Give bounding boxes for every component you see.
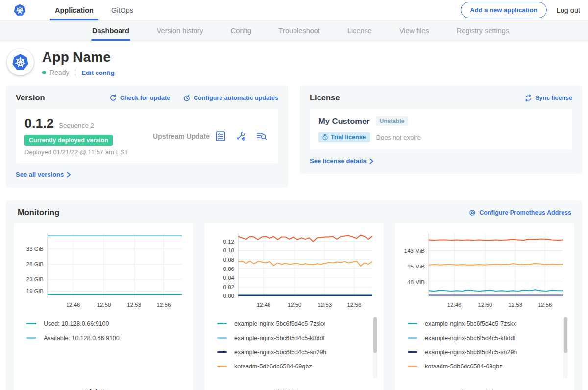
chart-title: Memory Usage: [400, 388, 569, 390]
see-all-versions-link[interactable]: See all versions: [16, 171, 71, 178]
topnav-tab-gitops[interactable]: GitOps: [104, 0, 140, 20]
kubernetes-logo-icon[interactable]: [13, 3, 26, 17]
subnav-tab-registry-settings[interactable]: Registry settings: [451, 21, 515, 41]
chevron-right-icon: [67, 172, 71, 178]
auto-update-clock-icon: [183, 94, 191, 102]
svg-text:12:46: 12:46: [257, 302, 271, 308]
version-card: Version Check for update: [6, 85, 288, 188]
chart-card-disk-usage: 33 GiB28 GiB23 GiB19 GiB12:4612:5012:531…: [14, 223, 193, 390]
check-for-update-link[interactable]: Check for update: [109, 94, 170, 102]
svg-text:0.10: 0.10: [223, 247, 234, 253]
legend-item: kotsadm-5db6dc6584-69qbz: [217, 359, 370, 373]
legend-scrollbar-thumb[interactable]: [373, 317, 377, 353]
svg-text:33 GiB: 33 GiB: [26, 246, 44, 252]
chevron-right-icon: [369, 158, 374, 164]
legend-label: example-nginx-5bc6f5d4c5-7zskx: [425, 320, 516, 327]
legend-dash-icon: [217, 351, 227, 353]
legend-scrollbar-thumb[interactable]: [564, 317, 567, 353]
license-expiry: Does not expire: [376, 134, 421, 141]
topnav-tabs: ApplicationGitOps: [48, 0, 140, 20]
svg-text:0.04: 0.04: [223, 275, 235, 281]
legend-scrollbar[interactable]: [564, 317, 568, 378]
topnav-tab-application[interactable]: Application: [48, 0, 100, 20]
trial-license-label: Trial license: [331, 134, 366, 141]
configure-prometheus-link[interactable]: Configure Prometheus Address: [468, 209, 571, 217]
subnav-tab-dashboard[interactable]: Dashboard: [86, 21, 135, 41]
svg-text:12:46: 12:46: [447, 302, 462, 308]
legend-item: example-nginx-5bc6f5d4c5-k8ddf: [408, 331, 561, 345]
legend-label: Available: 10.128.0.66:9100: [44, 335, 120, 341]
top-navbar: ApplicationGitOps Add a new application …: [0, 0, 588, 21]
subnav-tab-troubleshoot[interactable]: Troubleshoot: [273, 21, 326, 41]
chart-card-memory-usage: 143 MiB95 MiB48 MiB12:4612:5012:5312:56e…: [395, 223, 574, 390]
app-subnav: DashboardVersion historyConfigTroublesho…: [0, 21, 588, 41]
svg-text:28 GiB: 28 GiB: [26, 261, 44, 267]
legend-label: Used: 10.128.0.66:9100: [44, 320, 109, 327]
subnav-tab-config[interactable]: Config: [225, 21, 257, 41]
legend-label: example-nginx-5bc6f5d4c5-7zskx: [234, 320, 325, 327]
svg-text:12:50: 12:50: [478, 302, 492, 308]
dashboard-content: Version Check for update: [0, 85, 588, 390]
svg-text:143 MiB: 143 MiB: [404, 248, 425, 254]
subnav-tab-license[interactable]: License: [342, 21, 378, 41]
legend-item: kotsadm-5db6dc6584-69qbz: [408, 359, 561, 373]
legend-dash-icon: [408, 323, 417, 324]
chart-title: CPU Usage: [209, 388, 379, 390]
refresh-icon: [109, 94, 117, 102]
version-sequence: Sequence 2: [59, 122, 94, 129]
legend-dash-icon: [217, 323, 227, 324]
legend-label: example-nginx-5bc6f5d4c5-sn29h: [425, 349, 517, 356]
svg-text:0.06: 0.06: [223, 266, 234, 272]
app-avatar: [7, 49, 34, 75]
monitoring-title: Monitoring: [18, 208, 59, 217]
logout-link[interactable]: Log out: [557, 6, 580, 14]
trial-license-badge: Trial license: [318, 132, 370, 142]
legend-dash-icon: [408, 337, 417, 339]
edit-config-link[interactable]: Edit config: [81, 69, 114, 76]
disk-usage-legend: Used: 10.128.0.66:9100Available: 10.128.…: [19, 316, 188, 381]
legend-item: example-nginx-5bc6f5d4c5-k8ddf: [217, 331, 370, 345]
cpu-usage-legend: example-nginx-5bc6f5d4c5-7zskxexample-ng…: [209, 316, 379, 381]
legend-item: Available: 10.128.0.66:9100: [26, 331, 179, 345]
legend-dash-icon: [26, 323, 36, 324]
license-card-title: License: [310, 93, 340, 102]
see-license-details-link[interactable]: See license details: [310, 157, 374, 165]
svg-text:12:56: 12:56: [157, 302, 171, 308]
chart-title: Disk Usage: [19, 388, 188, 390]
configure-automatic-updates-link[interactable]: Configure automatic updates: [183, 94, 278, 102]
license-summary-row: My Customer Unstable Trial license Does …: [310, 109, 572, 149]
svg-text:12:50: 12:50: [97, 302, 111, 308]
configure-prometheus-label: Configure Prometheus Address: [479, 209, 571, 216]
add-new-application-button[interactable]: Add a new application: [461, 2, 546, 18]
svg-text:0.12: 0.12: [223, 239, 234, 244]
legend-dash-icon: [217, 366, 227, 367]
legend-label: example-nginx-5bc6f5d4c5-k8ddf: [234, 335, 325, 341]
current-version-row: 0.1.2 Sequence 2 Currently deployed vers…: [16, 109, 278, 163]
svg-text:48 MiB: 48 MiB: [407, 279, 425, 285]
legend-dash-icon: [26, 337, 36, 339]
legend-dash-icon: [408, 366, 417, 367]
memory-usage-legend: example-nginx-5bc6f5d4c5-7zskxexample-ng…: [400, 316, 569, 381]
legend-label: kotsadm-5db6dc6584-69qbz: [234, 363, 312, 370]
status-dot-icon: [42, 71, 46, 74]
channel-badge: Unstable: [376, 116, 409, 126]
disk-usage-chart: 33 GiB28 GiB23 GiB19 GiB12:4612:5012:531…: [20, 229, 187, 311]
legend-item: example-nginx-5bc6f5d4c5-sn29h: [408, 345, 561, 359]
svg-text:0.08: 0.08: [223, 257, 234, 263]
check-for-update-label: Check for update: [120, 95, 170, 101]
config-wrench-icon[interactable]: [235, 130, 247, 142]
chart-card-cpu-usage: 0.120.100.080.060.040.020.0012:4612:5012…: [204, 223, 384, 390]
gear-icon: [468, 209, 476, 217]
status-badge: Ready: [49, 69, 69, 76]
customer-name: My Customer: [318, 117, 370, 126]
view-diff-files-icon[interactable]: [256, 130, 268, 142]
svg-text:23 GiB: 23 GiB: [26, 276, 44, 282]
legend-scrollbar[interactable]: [373, 317, 377, 378]
subnav-tab-view-files[interactable]: View files: [393, 21, 435, 41]
subnav-tab-version-history[interactable]: Version history: [151, 21, 209, 41]
sync-arrows-icon: [524, 94, 532, 102]
preflight-checks-icon[interactable]: [215, 130, 226, 142]
legend-dash-icon: [217, 337, 227, 339]
kubernetes-app-icon: [11, 53, 29, 71]
sync-license-link[interactable]: Sync license: [524, 94, 572, 102]
